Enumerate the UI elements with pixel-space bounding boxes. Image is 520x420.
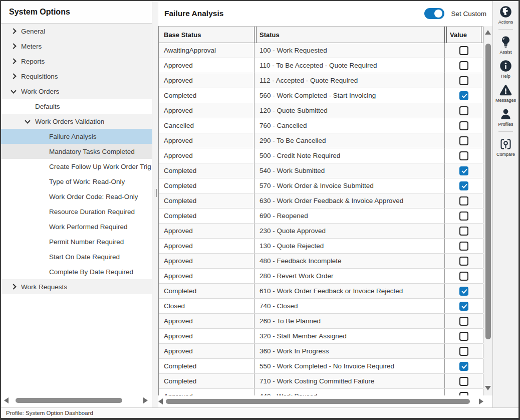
scroll-down-arrow-icon[interactable] bbox=[485, 386, 491, 390]
sidebar-item-defaults[interactable]: Defaults bbox=[1, 99, 152, 114]
scroll-thumb[interactable] bbox=[166, 399, 470, 404]
sidebar-item-label: Work Order Code: Read-Only bbox=[49, 193, 138, 200]
column-header-base-status[interactable]: Base Status bbox=[159, 27, 254, 43]
sidebar-item-label: Work Requests bbox=[21, 283, 67, 291]
sidebar-item-label: General bbox=[21, 28, 45, 35]
sidebar-item-general[interactable]: General bbox=[1, 24, 152, 39]
value-checkbox[interactable] bbox=[459, 392, 468, 396]
value-checkbox[interactable] bbox=[459, 332, 468, 341]
chevron-placeholder bbox=[38, 178, 45, 185]
value-checkbox[interactable] bbox=[459, 196, 468, 205]
cell-value bbox=[444, 103, 483, 118]
sidebar-item-type-of-work-read-only[interactable]: Type of Work: Read-Only bbox=[1, 174, 152, 189]
table-row: Completed 550 - Work Completed - No Invo… bbox=[159, 359, 483, 374]
value-checkbox[interactable] bbox=[459, 377, 468, 386]
value-checkbox[interactable] bbox=[459, 212, 468, 221]
rail-item-messages[interactable]: Messages bbox=[493, 83, 518, 103]
sidebar-horizontal-scrollbar[interactable] bbox=[4, 397, 148, 403]
cell-base-status: Approved bbox=[159, 254, 254, 268]
value-checkbox[interactable] bbox=[459, 317, 468, 326]
value-checkbox-checked[interactable] bbox=[459, 91, 468, 100]
rail-item-compare[interactable]: Compare bbox=[493, 137, 518, 157]
table-row: Approved 480 - Feedback Incomplete bbox=[159, 254, 483, 269]
sidebar-item-permit-number-required[interactable]: Permit Number Required bbox=[1, 234, 152, 249]
sidebar-item-reports[interactable]: Reports bbox=[1, 54, 152, 69]
panel-titlebar: Failure Analysis Set Custom bbox=[158, 1, 492, 26]
value-checkbox[interactable] bbox=[459, 106, 468, 115]
column-header-value[interactable]: Value bbox=[444, 27, 483, 43]
sidebar-item-resource-duration-required[interactable]: Resource Duration Required bbox=[1, 204, 152, 219]
cell-status: 610 - Work Order Feedback or Invoice Rej… bbox=[254, 284, 444, 298]
cell-base-status: Approved bbox=[159, 103, 254, 118]
rail-item-assist[interactable]: Assist bbox=[493, 35, 518, 55]
sidebar-item-requisitions[interactable]: Requisitions bbox=[1, 69, 152, 84]
cell-base-status: Completed bbox=[159, 374, 254, 388]
sidebar-item-label: Reports bbox=[21, 58, 45, 65]
column-header-status[interactable]: Status bbox=[254, 27, 444, 43]
set-custom-toggle[interactable] bbox=[424, 8, 444, 19]
chevron-down-icon bbox=[10, 88, 17, 95]
scroll-left-arrow-icon[interactable] bbox=[158, 398, 163, 404]
value-checkbox[interactable] bbox=[459, 227, 468, 236]
value-checkbox-checked[interactable] bbox=[459, 287, 468, 296]
rail-item-actions[interactable]: Actions bbox=[493, 5, 518, 25]
value-checkbox-checked[interactable] bbox=[459, 166, 468, 175]
cell-status: 260 - To Be Planned bbox=[254, 314, 444, 328]
value-checkbox[interactable] bbox=[459, 272, 468, 281]
scroll-track[interactable] bbox=[11, 397, 141, 403]
scroll-left-arrow-icon[interactable] bbox=[4, 397, 9, 403]
chevron-right-icon bbox=[10, 73, 17, 80]
sidebar-item-failure-analysis[interactable]: Failure Analysis bbox=[1, 129, 152, 144]
sidebar-item-complete-by-date-required[interactable]: Complete By Date Required bbox=[1, 264, 152, 279]
cell-base-status: Completed bbox=[159, 88, 254, 103]
sidebar-item-mandatory-tasks-completed[interactable]: Mandatory Tasks Completed bbox=[1, 144, 152, 159]
sidebar-item-work-order-code-read-only[interactable]: Work Order Code: Read-Only bbox=[1, 189, 152, 204]
sidebar-item-label: Create Follow Up Work Order Trig bbox=[49, 163, 151, 170]
failure-analysis-table: Base Status Status Value AwaitingApprova… bbox=[158, 26, 483, 395]
scroll-thumb[interactable] bbox=[16, 398, 122, 403]
scroll-track[interactable] bbox=[165, 398, 477, 404]
value-checkbox-checked[interactable] bbox=[459, 302, 468, 311]
cell-value bbox=[444, 133, 483, 148]
value-checkbox-checked[interactable] bbox=[459, 362, 468, 371]
rail-item-help[interactable]: Help bbox=[493, 59, 518, 79]
sidebar-item-label: Complete By Date Required bbox=[49, 268, 133, 276]
cell-status: 280 - Revert Work Order bbox=[254, 269, 444, 283]
scroll-right-arrow-icon[interactable] bbox=[143, 397, 148, 403]
cell-base-status: Approved bbox=[159, 148, 254, 163]
scroll-up-arrow-icon[interactable] bbox=[485, 30, 491, 35]
value-checkbox[interactable] bbox=[459, 121, 468, 130]
scroll-right-arrow-icon[interactable] bbox=[479, 398, 483, 404]
chevron-placeholder bbox=[38, 268, 45, 275]
value-checkbox[interactable] bbox=[459, 136, 468, 145]
panel-splitter[interactable] bbox=[152, 1, 158, 407]
sidebar-item-label: Work Performed Required bbox=[49, 223, 128, 231]
value-checkbox[interactable] bbox=[459, 347, 468, 356]
sidebar-item-work-orders-validation[interactable]: Work Orders Validation bbox=[1, 114, 152, 129]
table-horizontal-scrollbar[interactable] bbox=[158, 397, 483, 405]
table-row: Approved 112 - Accepted - Quote Required bbox=[159, 73, 483, 88]
value-checkbox[interactable] bbox=[459, 61, 468, 70]
cell-value bbox=[444, 118, 483, 133]
cell-base-status: Completed bbox=[159, 178, 254, 193]
value-checkbox-checked[interactable] bbox=[459, 181, 468, 190]
rail-item-profiles[interactable]: Profiles bbox=[493, 107, 518, 127]
cell-base-status: Approved bbox=[159, 314, 254, 328]
sidebar-item-create-follow-up-work-order-trig[interactable]: Create Follow Up Work Order Trig bbox=[1, 159, 152, 174]
chevron-placeholder bbox=[38, 238, 45, 245]
sidebar-item-meters[interactable]: Meters bbox=[1, 39, 152, 54]
cell-status: 320 - Staff Member Assigned bbox=[254, 329, 444, 343]
table-vertical-scrollbar[interactable] bbox=[484, 26, 492, 395]
value-checkbox[interactable] bbox=[459, 151, 468, 160]
table-row: Approved 360 - Work In Progress bbox=[159, 344, 483, 359]
value-checkbox[interactable] bbox=[459, 76, 468, 85]
sidebar-item-work-performed-required[interactable]: Work Performed Required bbox=[1, 219, 152, 234]
value-checkbox[interactable] bbox=[459, 46, 468, 55]
scroll-thumb[interactable] bbox=[485, 44, 491, 339]
value-checkbox[interactable] bbox=[459, 242, 468, 251]
sidebar-item-work-orders[interactable]: Work Orders bbox=[1, 84, 152, 99]
sidebar-item-start-on-date-required[interactable]: Start On Date Required bbox=[1, 249, 152, 264]
value-checkbox[interactable] bbox=[459, 257, 468, 266]
sidebar-item-work-requests[interactable]: Work Requests bbox=[1, 279, 152, 294]
cell-status: 230 - Quote Approved bbox=[254, 224, 444, 238]
